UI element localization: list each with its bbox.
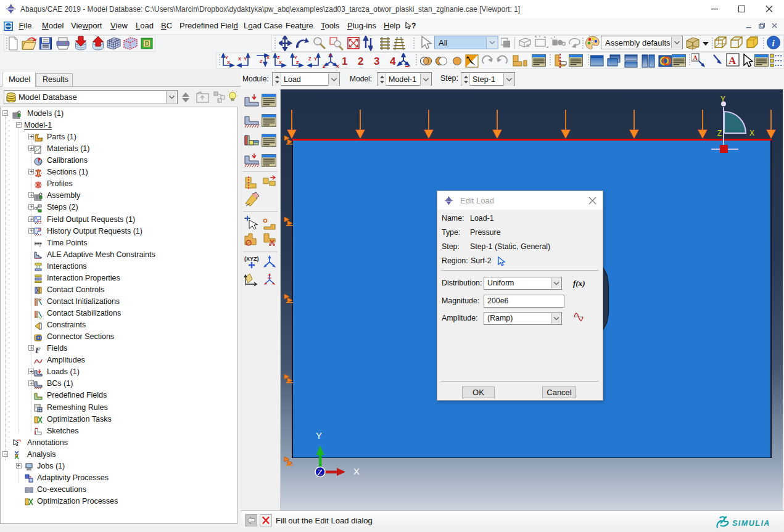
svg-text:X: X [238,56,241,62]
svg-text:t: t [39,243,41,248]
svg-text:X: X [266,55,270,60]
svg-text:X: X [749,129,754,137]
svg-text:A: A [728,55,737,67]
svg-text:Z: Z [717,129,722,137]
svg-text:Y: Y [244,56,247,62]
svg-text:?: ? [411,22,416,30]
svg-text:Z: Z [296,60,299,65]
svg-text:(XYZ): (XYZ) [244,256,259,262]
svg-text:ε: ε [38,150,40,154]
svg-text:1: 1 [342,55,347,67]
svg-text:4: 4 [390,55,396,67]
svg-text:Z: Z [308,56,312,62]
svg-text:Y: Y [314,56,317,62]
svg-text:X: X [353,466,360,477]
svg-text:X: X [336,64,339,68]
svg-text:A: A [693,54,698,61]
svg-text:Z: Z [323,64,326,68]
svg-text:Y: Y [316,430,322,441]
svg-text:SIMULIA: SIMULIA [732,519,770,528]
svg-text:Z: Z [318,468,323,477]
svg-text:2: 2 [358,55,363,67]
svg-text:Z: Z [260,59,263,64]
svg-text:X: X [279,60,282,65]
svg-text:3: 3 [374,55,379,67]
svg-text:Y: Y [329,54,332,58]
svg-text:X: X [227,60,230,65]
svg-text:F: F [35,345,41,354]
